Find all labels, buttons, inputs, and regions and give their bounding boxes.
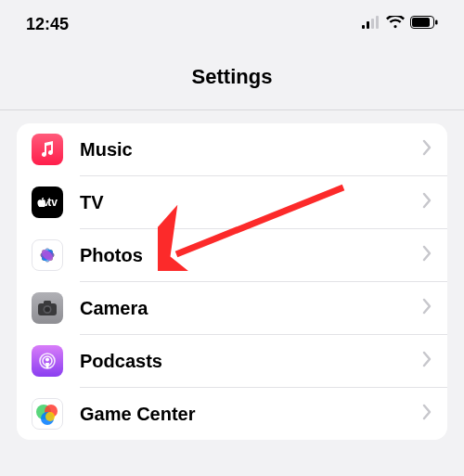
svg-point-19 bbox=[45, 307, 50, 313]
row-music[interactable]: Music bbox=[17, 123, 447, 175]
chevron-right-icon bbox=[421, 404, 432, 424]
status-bar: 12:45 bbox=[0, 0, 464, 45]
row-label: Music bbox=[80, 139, 421, 161]
settings-list: Music 🣿tv tv TV bbox=[17, 123, 447, 440]
gamecenter-icon bbox=[32, 398, 63, 430]
tv-icon: 🣿tv tv bbox=[32, 187, 63, 218]
svg-rect-5 bbox=[412, 18, 430, 27]
row-camera[interactable]: Camera bbox=[17, 282, 447, 334]
row-gamecenter[interactable]: Game Center bbox=[17, 388, 447, 440]
podcasts-icon bbox=[32, 345, 63, 377]
status-icons bbox=[362, 16, 438, 32]
music-icon bbox=[32, 134, 63, 165]
wifi-icon bbox=[386, 16, 405, 32]
header: Settings bbox=[0, 45, 464, 110]
chevron-right-icon bbox=[421, 192, 432, 212]
svg-rect-0 bbox=[362, 25, 365, 29]
row-label: Camera bbox=[80, 298, 421, 319]
row-tv[interactable]: 🣿tv tv TV bbox=[17, 176, 447, 228]
photos-icon bbox=[32, 239, 63, 271]
status-time: 12:45 bbox=[26, 15, 69, 34]
chevron-right-icon bbox=[421, 351, 432, 371]
chevron-right-icon bbox=[421, 245, 432, 265]
svg-rect-2 bbox=[371, 19, 374, 29]
svg-rect-3 bbox=[376, 16, 379, 29]
svg-point-22 bbox=[45, 358, 49, 362]
row-label: TV bbox=[80, 192, 421, 213]
cellular-icon bbox=[362, 16, 380, 32]
row-label: Photos bbox=[80, 245, 421, 266]
svg-rect-1 bbox=[367, 21, 369, 29]
row-photos[interactable]: Photos bbox=[17, 229, 447, 281]
row-label: Game Center bbox=[80, 404, 421, 425]
row-label: Podcasts bbox=[80, 351, 421, 372]
chevron-right-icon bbox=[421, 139, 432, 160]
chevron-right-icon bbox=[421, 298, 432, 318]
svg-rect-6 bbox=[435, 20, 438, 25]
battery-icon bbox=[410, 16, 438, 32]
page-title: Settings bbox=[0, 65, 464, 89]
svg-rect-17 bbox=[44, 301, 51, 305]
camera-icon bbox=[32, 292, 63, 324]
svg-point-26 bbox=[45, 412, 55, 421]
row-podcasts[interactable]: Podcasts bbox=[17, 335, 447, 387]
